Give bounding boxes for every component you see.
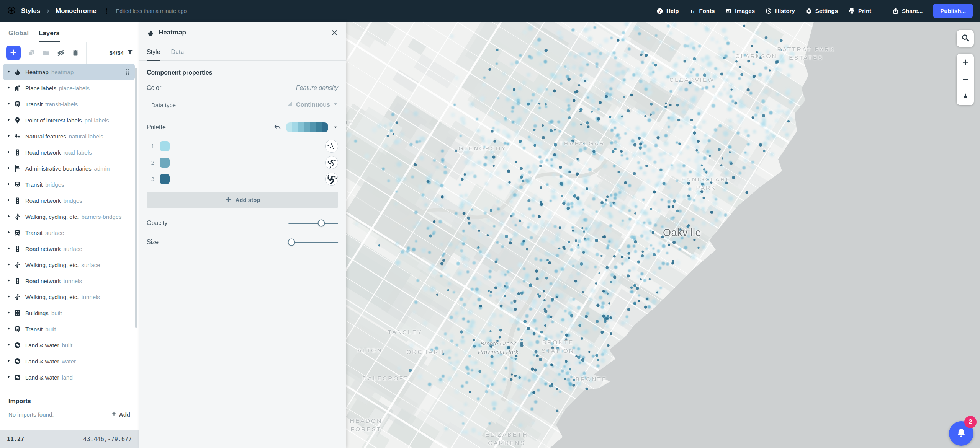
compass-button[interactable] — [957, 88, 974, 105]
add-layer-button[interactable] — [6, 46, 21, 60]
images-icon — [725, 8, 732, 15]
expand-caret-icon[interactable] — [7, 70, 14, 74]
stop-color-swatch[interactable] — [160, 141, 170, 151]
layer-row-built[interactable]: Buildingsbuilt — [3, 305, 135, 321]
expand-caret-icon[interactable] — [7, 246, 14, 251]
layer-row-heatmap[interactable]: Heatmapheatmap — [3, 64, 135, 80]
density-preview-icon[interactable] — [325, 156, 338, 169]
flame-icon — [14, 68, 25, 76]
tab-layers[interactable]: Layers — [39, 29, 60, 42]
breadcrumb-style-name[interactable]: Monochrome — [56, 7, 97, 15]
layer-row-bridges[interactable]: Road networkbridges — [3, 192, 135, 209]
walking-icon — [14, 261, 25, 269]
expand-caret-icon[interactable] — [7, 279, 14, 283]
map-canvas[interactable]: NECLARKSONRATTRAY PARKESTATESCLEARVIEWTR… — [346, 22, 980, 448]
duplicate-layer-icon[interactable] — [28, 49, 35, 57]
expand-caret-icon[interactable] — [7, 166, 14, 171]
add-stop-button[interactable]: Add stop — [147, 192, 338, 208]
palette-gradient-swatch[interactable] — [286, 122, 328, 132]
layer-row-built[interactable]: Land & waterbuilt — [3, 337, 135, 353]
history-menu-item[interactable]: History — [765, 8, 795, 15]
natural-icon — [14, 133, 25, 140]
stop-color-swatch[interactable] — [160, 174, 170, 184]
layer-row-road-labels[interactable]: Road networkroad-labels — [3, 144, 135, 160]
layer-row-admin[interactable]: Administrative boundariesadmin — [3, 160, 135, 176]
notifications-bell-button[interactable]: 2 — [949, 421, 973, 446]
share-button[interactable]: Share... — [892, 8, 923, 14]
drag-handle-icon[interactable] — [123, 68, 132, 76]
layer-name: Transit — [25, 181, 43, 188]
tab-global[interactable]: Global — [8, 29, 29, 42]
layer-row-surface[interactable]: Road networksurface — [3, 241, 135, 257]
opacity-slider[interactable] — [288, 219, 338, 227]
expand-caret-icon[interactable] — [7, 182, 14, 187]
expand-caret-icon[interactable] — [7, 150, 14, 155]
layer-row-bridges[interactable]: Transitbridges — [3, 176, 135, 192]
size-slider-handle[interactable] — [288, 239, 295, 246]
layer-row-poi-labels[interactable]: Point of interest labelspoi-labels — [3, 112, 135, 128]
reverse-palette-icon[interactable] — [273, 124, 281, 132]
images-menu-item[interactable]: Images — [725, 8, 755, 15]
group-layers-folder-icon[interactable] — [42, 49, 50, 57]
chevron-down-icon — [333, 101, 338, 108]
ramp-icon — [286, 101, 293, 109]
layer-row-surface[interactable]: Walking, cycling, etc.surface — [3, 257, 135, 273]
expand-caret-icon[interactable] — [7, 327, 14, 331]
expand-caret-icon[interactable] — [7, 214, 14, 219]
expand-caret-icon[interactable] — [7, 343, 14, 347]
tab-style[interactable]: Style — [147, 49, 160, 60]
layer-row-natural-labels[interactable]: Natural featuresnatural-labels — [3, 128, 135, 144]
expand-caret-icon[interactable] — [7, 311, 14, 315]
zoom-in-button[interactable]: + — [957, 54, 974, 71]
breadcrumb-styles[interactable]: Styles — [21, 7, 40, 15]
map-search-button[interactable] — [957, 30, 974, 47]
filter-funnel-icon[interactable] — [127, 49, 133, 57]
close-icon[interactable] — [331, 29, 338, 36]
expand-caret-icon[interactable] — [7, 262, 14, 267]
color-value[interactable]: Feature density — [296, 85, 338, 91]
expand-caret-icon[interactable] — [7, 134, 14, 138]
fonts-menu-item[interactable]: TtFonts — [689, 8, 715, 15]
expand-caret-icon[interactable] — [7, 359, 14, 363]
data-type-dropdown[interactable]: Continuous — [286, 101, 338, 109]
expand-caret-icon[interactable] — [7, 118, 14, 122]
opacity-slider-handle[interactable] — [317, 220, 325, 227]
palette-dropdown-icon[interactable] — [333, 125, 338, 130]
expand-caret-icon[interactable] — [7, 375, 14, 380]
layer-row-surface[interactable]: Transitsurface — [3, 225, 135, 241]
layer-row-place-labels[interactable]: Place labelsplace-labels — [3, 80, 135, 96]
layer-row-barriers-bridges[interactable]: Walking, cycling, etc.barriers-bridges — [3, 209, 135, 225]
expand-caret-icon[interactable] — [7, 86, 14, 90]
mapbox-logo-icon[interactable] — [7, 6, 16, 16]
publish-button[interactable]: Publish... — [933, 4, 973, 18]
expand-caret-icon[interactable] — [7, 102, 14, 106]
help-menu-item[interactable]: ?Help — [656, 8, 679, 15]
layer-id: surface — [82, 262, 100, 268]
layer-row-water[interactable]: Land & waterwater — [3, 353, 135, 369]
style-menu-kebab-icon[interactable] — [103, 8, 110, 15]
print-menu-item[interactable]: Print — [848, 8, 871, 15]
layer-id: bridges — [64, 197, 82, 204]
settings-menu-item[interactable]: Settings — [805, 8, 838, 15]
layer-row-land[interactable]: Land & waterland — [3, 369, 135, 385]
tab-data[interactable]: Data — [171, 49, 184, 60]
expand-caret-icon[interactable] — [7, 230, 14, 235]
poi-icon — [14, 117, 25, 124]
palette-stops: 123 — [147, 138, 338, 187]
layer-row-tunnels[interactable]: Road networktunnels — [3, 273, 135, 289]
hide-layer-eye-off-icon[interactable] — [57, 49, 65, 57]
size-slider[interactable] — [288, 238, 338, 246]
layer-row-transit-labels[interactable]: Transittransit-labels — [3, 96, 135, 112]
layer-row-tunnels[interactable]: Walking, cycling, etc.tunnels — [3, 289, 135, 305]
density-preview-icon[interactable] — [325, 173, 338, 186]
expand-caret-icon[interactable] — [7, 295, 14, 299]
delete-layer-trash-icon[interactable] — [72, 49, 79, 57]
stop-color-swatch[interactable] — [160, 158, 170, 168]
zoom-out-button[interactable]: − — [957, 71, 974, 88]
density-preview-icon[interactable] — [325, 140, 338, 153]
plus-icon — [225, 196, 232, 204]
expand-caret-icon[interactable] — [7, 198, 14, 203]
layers-scrollbar[interactable] — [135, 68, 137, 328]
layer-row-built[interactable]: Transitbuilt — [3, 321, 135, 337]
add-import-button[interactable]: Add — [111, 411, 130, 418]
